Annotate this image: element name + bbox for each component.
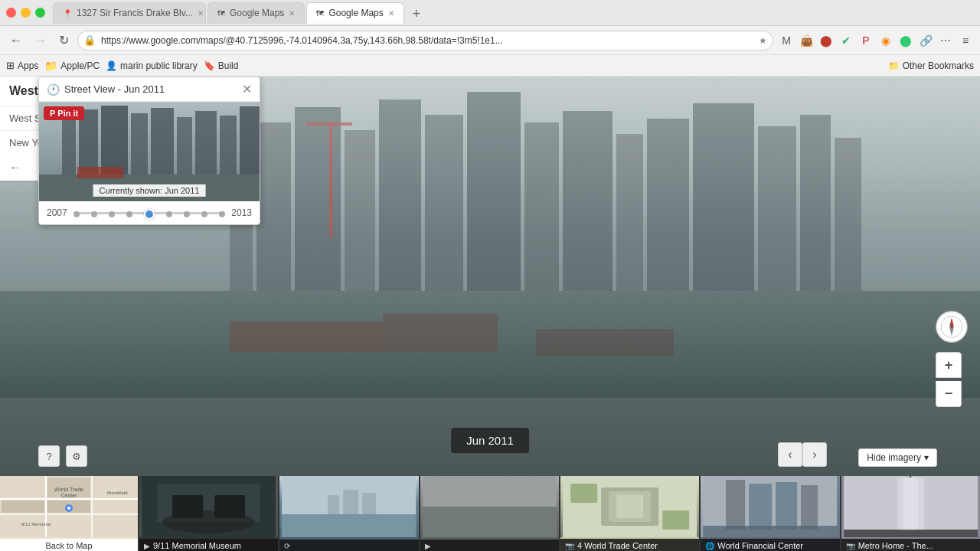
tl-dot-9[interactable] [219,211,225,217]
tab2-favicon: 🗺 [217,9,225,18]
photo-5-svg [701,476,839,537]
street-view-panel: 🕐 Street View - Jun 2011 ✕ [38,77,260,225]
svg-rect-58 [282,514,416,537]
tl-dot-1[interactable] [74,211,80,217]
svg-rect-26 [131,113,148,178]
sv-thumbnail[interactable]: P Pin it Currently shown: Jun 2011 [39,102,260,201]
bookmarks-bar: ⊞ Apps 📁 Apple/PC 👤 marin public library… [0,55,980,77]
mini-map-content: World Trade Center Brookfield 9/11 Memor… [0,476,138,537]
pinit-button[interactable]: P Pin it [44,106,84,120]
gmail-icon[interactable]: M [778,32,795,49]
timeline-start-year: 2007 [47,207,67,218]
ext-icon-1[interactable]: 👜 [798,32,815,49]
back-to-map-label[interactable]: Back to Map [0,539,138,551]
main-content: Jun 2011 West St 📍 West St New York ← 🕐 … [0,77,980,476]
ext-icon-6[interactable]: 🔗 [917,32,934,49]
tl-dot-3[interactable] [109,211,115,217]
tl-dot-6[interactable] [166,211,172,217]
svg-rect-75 [703,526,837,537]
back-button[interactable]: ← [6,32,26,49]
photo-aerial[interactable]: ▶ [419,476,559,551]
tl-dot-7[interactable] [184,211,190,217]
tab3-close[interactable]: ✕ [388,9,394,18]
bookmark-apple-pc[interactable]: 📁 Apple/PC [44,60,100,72]
browser-tab-3[interactable]: 🗺 Google Maps ✕ [306,2,403,24]
nav-next-button[interactable]: › [802,442,827,467]
sv-time-icon: 🕐 [47,83,60,96]
nav-prev-button[interactable]: ‹ [778,442,802,467]
ext-icon-rss[interactable]: ◉ [877,32,894,49]
photo-wfc[interactable]: 🌐 World Financial Center [699,476,839,551]
tab2-close[interactable]: ✕ [289,9,295,18]
browser-chrome: 📍 1327 Sir Francis Drake Blv... ✕ 🗺 Goog… [0,0,980,77]
build-icon: 🔖 [204,60,215,71]
svg-text:Brookfield: Brookfield [107,491,128,495]
nav-arrows-container: ‹ › [778,442,827,467]
zoom-in-button[interactable]: + [936,352,962,378]
hide-imagery-button[interactable]: Hide imagery ▾ [858,448,937,467]
photo-3-svg [420,476,559,537]
zoom-out-button[interactable]: − [936,381,962,407]
photo-metro-home[interactable]: 📷 Metro Home - The... [840,476,980,551]
sv-close-button[interactable]: ✕ [242,82,252,96]
timeline-end-year: 2013 [231,207,252,218]
svg-rect-28 [177,117,192,178]
tab2-title: Google Maps [230,8,284,18]
timeline-track[interactable] [74,212,226,214]
svg-rect-23 [62,117,76,178]
more-button[interactable]: ⋯ [937,32,954,49]
photo-4-icon: 📷 [565,542,574,550]
toolbar-icons: M 👜 ⬤ ✔ P ◉ ⬤ 🔗 ⋯ ≡ [778,32,974,49]
tab3-favicon: 🗺 [316,9,324,18]
url-container: 🔒 ★ [77,31,773,51]
compass-button[interactable] [936,311,968,343]
pinit-label: Pin it [57,109,78,118]
svg-rect-59 [328,495,339,514]
tl-dot-5-active[interactable] [144,209,155,220]
browser-tab-1[interactable]: 📍 1327 Sir Francis Drake Blv... ✕ [53,2,206,24]
bookmarks-apps[interactable]: ⊞ Apps [6,60,38,71]
photo-3-icon: ▶ [425,542,431,550]
ext-icon-pinterest[interactable]: P [858,32,874,49]
bottom-strip: World Trade Center Brookfield 9/11 Memor… [0,476,980,551]
tab1-close[interactable]: ✕ [198,9,204,18]
bookmark-library[interactable]: 👤 marin public library [106,60,198,71]
bookmark-build[interactable]: 🔖 Build [204,60,239,71]
ext-icon-2[interactable]: ⬤ [818,32,835,49]
svg-rect-56 [214,495,245,518]
window-close-button[interactable] [6,8,16,18]
svg-rect-74 [801,485,818,530]
photo-4wtc[interactable]: 📷 4 World Trade Center [559,476,699,551]
browser-tab-2[interactable]: 🗺 Google Maps ✕ [207,2,305,24]
folder-other-icon: 📁 [888,60,900,71]
url-bar[interactable] [77,31,773,51]
svg-rect-29 [195,111,217,178]
photo-water-view[interactable]: ⟳ [278,476,418,551]
window-maximize-button[interactable] [35,8,45,18]
bookmark-star-icon[interactable]: ★ [759,35,767,46]
mini-map[interactable]: World Trade Center Brookfield 9/11 Memor… [0,476,138,551]
settings-button[interactable]: ⚙ [66,445,87,467]
folder-icon: 📁 [44,60,57,72]
menu-button[interactable]: ≡ [957,32,974,49]
ext-icon-5[interactable]: ⬤ [897,32,914,49]
photo-1-icon: ▶ [144,542,150,550]
apps-label: Apps [18,60,38,71]
tl-dot-4[interactable] [126,211,132,217]
svg-rect-61 [362,493,376,514]
refresh-button[interactable]: ↻ [55,31,73,49]
other-bookmarks[interactable]: 📁 Other Bookmarks [888,60,974,71]
photo-911-memorial[interactable]: ▶ 9/11 Memorial Museum [138,476,278,551]
tl-dot-2[interactable] [91,211,97,217]
map-controls: + − [936,311,968,407]
ext-icon-3[interactable]: ✔ [838,32,854,49]
window-minimize-button[interactable] [21,8,31,18]
date-badge: Jun 2011 [451,428,529,453]
forward-button[interactable]: → [31,32,51,49]
svg-rect-30 [220,116,237,178]
new-tab-button[interactable]: + [406,5,427,24]
tl-dot-8[interactable] [201,211,207,217]
photo-5-icon: 🌐 [705,542,714,550]
svg-rect-55 [172,495,203,518]
help-button[interactable]: ? [38,445,60,467]
